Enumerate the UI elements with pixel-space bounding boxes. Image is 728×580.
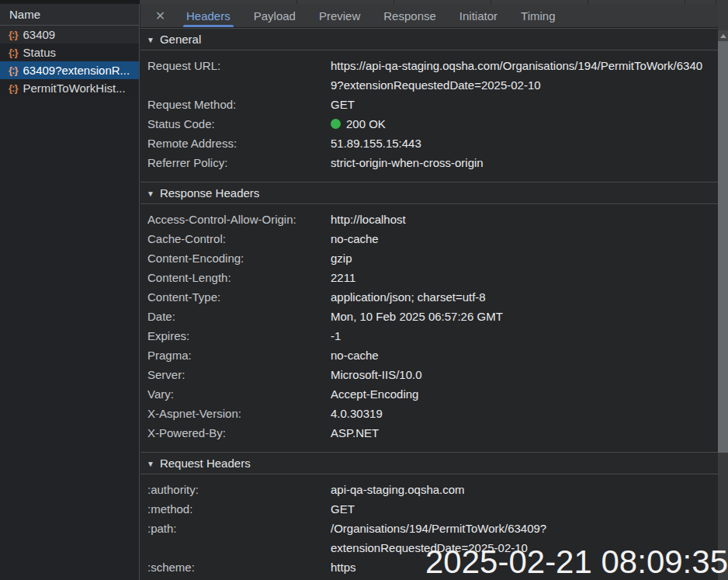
detail-scrollbar[interactable] (718, 4, 728, 580)
header-name: Content-Type: (147, 287, 331, 307)
request-detail-panel: ✕ HeadersPayloadPreviewResponseInitiator… (140, 4, 718, 580)
header-name: Content-Length: (147, 268, 331, 287)
header-name: Request Method: (147, 95, 331, 114)
header-name: Date: (147, 307, 331, 326)
header-row: Status Code:200 OK (140, 114, 718, 134)
section-header-request-headers[interactable]: ▼Request Headers (140, 452, 718, 474)
header-row: Request Method:GET (140, 95, 718, 114)
name-column-header[interactable]: Name (0, 4, 139, 26)
header-value: no-cache (331, 346, 718, 365)
header-row: Access-Control-Allow-Origin:http://local… (140, 210, 718, 229)
tab-headers[interactable]: Headers (175, 4, 242, 27)
header-value: 2211 (331, 268, 718, 287)
header-row: :authority:api-qa-staging.oqsha.com (140, 480, 718, 499)
header-name: :method: (147, 499, 331, 519)
header-value: https://api-qa-staging.oqsha.com/Organis… (331, 56, 718, 95)
headers-content: ▼GeneralRequest URL:https://api-qa-stagi… (140, 28, 718, 580)
tab-initiator[interactable]: Initiator (448, 4, 509, 27)
tab-preview[interactable]: Preview (307, 4, 372, 27)
collapse-triangle-icon: ▼ (147, 453, 154, 475)
tab-timing[interactable]: Timing (509, 4, 567, 27)
json-file-icon: {:} (9, 64, 17, 76)
tab-payload[interactable]: Payload (242, 4, 307, 27)
header-name: Content-Encoding: (147, 248, 331, 268)
section-header-response-headers[interactable]: ▼Response Headers (140, 182, 718, 204)
request-name-label: 63409 (23, 28, 55, 41)
header-value: 51.89.155.15:443 (331, 134, 718, 153)
collapse-triangle-icon: ▼ (147, 183, 154, 205)
header-value: GET (331, 499, 718, 519)
header-value: application/json; charset=utf-8 (331, 287, 718, 307)
request-list-item[interactable]: {:}63409 (0, 26, 139, 43)
header-value: gzip (331, 248, 718, 268)
header-name: Access-Control-Allow-Origin: (147, 210, 331, 229)
header-row: Referrer Policy:strict-origin-when-cross… (140, 153, 718, 172)
header-name: Request URL: (147, 56, 331, 95)
scrollbar-thumb[interactable] (718, 41, 728, 453)
request-list-item[interactable]: {:}PermitToWorkHist... (0, 79, 139, 97)
header-row: Vary:Accept-Encoding (140, 384, 718, 404)
tab-response[interactable]: Response (372, 4, 448, 27)
header-name: Expires: (147, 326, 331, 346)
request-name-label: Status (23, 46, 56, 59)
header-row: Server:Microsoft-IIS/10.0 (140, 365, 718, 384)
section-rows: Access-Control-Allow-Origin:http://local… (140, 204, 718, 452)
header-name: Server: (147, 365, 331, 384)
detail-tabbar: ✕ HeadersPayloadPreviewResponseInitiator… (140, 4, 718, 28)
header-row: Pragma:no-cache (140, 346, 718, 365)
header-row: Content-Encoding:gzip (140, 248, 718, 268)
header-row: Cache-Control:no-cache (140, 229, 718, 248)
collapse-triangle-icon: ▼ (147, 30, 154, 51)
header-row: Date:Mon, 10 Feb 2025 06:57:26 GMT (140, 307, 718, 326)
close-icon[interactable]: ✕ (146, 4, 175, 27)
header-name: Referrer Policy: (147, 153, 331, 172)
header-row: Content-Length:2211 (140, 268, 718, 287)
header-name: :path: (147, 519, 331, 557)
header-row: X-Powered-By:ASP.NET (140, 423, 718, 443)
header-value: ASP.NET (331, 423, 718, 443)
header-value: -1 (331, 326, 718, 346)
section-rows: Request URL:https://api-qa-staging.oqsha… (140, 50, 718, 182)
header-value: /Organisations/194/PermitToWork/63409? e… (331, 519, 718, 557)
header-row: Content-Type:application/json; charset=u… (140, 287, 718, 307)
status-ok-dot-icon (331, 119, 341, 129)
header-value: api-qa-staging.oqsha.com (331, 480, 718, 499)
request-list-item[interactable]: {:}Status (0, 43, 139, 61)
header-name: :authority: (147, 480, 331, 499)
header-name: Cache-Control: (147, 229, 331, 248)
header-row: Expires:-1 (140, 326, 718, 346)
header-name: X-Aspnet-Version: (147, 404, 331, 423)
header-name: X-Powered-By: (147, 423, 331, 443)
header-value: Microsoft-IIS/10.0 (331, 365, 718, 384)
json-file-icon: {:} (9, 29, 17, 40)
section-rows: :authority:api-qa-staging.oqsha.com:meth… (140, 474, 718, 580)
header-value: 4.0.30319 (331, 404, 718, 423)
json-file-icon: {:} (9, 47, 17, 58)
request-name-label: 63409?extensionR... (23, 64, 130, 77)
header-name: Remote Address: (147, 134, 331, 153)
request-list-empty-area (0, 97, 139, 580)
section-header-general[interactable]: ▼General (140, 28, 718, 50)
header-row: Remote Address:51.89.155.15:443 (140, 134, 718, 153)
header-value: http://localhost (331, 210, 718, 229)
header-value: Mon, 10 Feb 2025 06:57:26 GMT (331, 307, 718, 326)
header-value: 200 OK (331, 114, 718, 134)
header-value: Accept-Encoding (331, 384, 718, 404)
scroll-up-arrow-icon[interactable] (718, 30, 728, 41)
request-list-item[interactable]: {:}63409?extensionR... (0, 61, 139, 79)
header-row: :path:/Organisations/194/PermitToWork/63… (140, 519, 718, 557)
header-value: no-cache (331, 229, 718, 248)
header-row: :method:GET (140, 499, 718, 519)
network-request-list: Name {:}63409{:}Status{:}63409?extension… (0, 4, 140, 580)
json-file-icon: {:} (9, 82, 17, 94)
request-name-label: PermitToWorkHist... (23, 82, 125, 95)
header-value: GET (331, 95, 718, 114)
header-name: Status Code: (147, 114, 331, 134)
header-row: X-Aspnet-Version:4.0.30319 (140, 404, 718, 423)
header-name: Pragma: (147, 346, 331, 365)
header-name: :scheme: (147, 557, 331, 577)
header-value: strict-origin-when-cross-origin (331, 153, 718, 172)
header-name: Vary: (147, 384, 331, 404)
header-row: Request URL:https://api-qa-staging.oqsha… (140, 56, 718, 95)
header-value: https (331, 557, 718, 577)
